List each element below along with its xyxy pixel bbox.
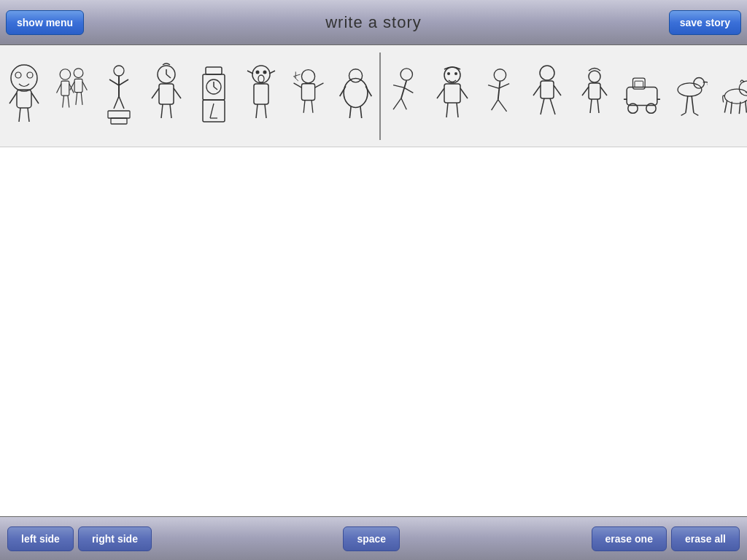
svg-line-40: [214, 87, 217, 90]
svg-line-7: [28, 108, 29, 122]
character-small-figure[interactable]: [570, 52, 618, 140]
character-shocked-person[interactable]: [237, 52, 285, 140]
svg-line-42: [210, 104, 214, 118]
top-bar: show menu write a story save story: [0, 0, 747, 45]
svg-point-94: [589, 71, 600, 82]
svg-point-82: [494, 69, 506, 80]
svg-point-113: [724, 89, 747, 104]
bottom-bar: left side right side space erase one era…: [0, 516, 747, 560]
svg-point-62: [349, 69, 362, 82]
svg-rect-36: [206, 67, 222, 74]
svg-line-78: [437, 88, 444, 98]
story-canvas[interactable]: [0, 147, 747, 516]
svg-rect-31: [159, 84, 174, 104]
character-figure-pedestal[interactable]: [95, 52, 142, 140]
svg-line-83: [498, 81, 500, 99]
svg-line-65: [365, 86, 371, 96]
svg-point-46: [263, 70, 266, 74]
svg-line-13: [68, 96, 69, 107]
svg-line-61: [293, 74, 300, 77]
svg-point-76: [454, 72, 457, 75]
character-running-figure[interactable]: [381, 52, 428, 140]
svg-line-34: [161, 104, 163, 118]
svg-rect-15: [74, 79, 82, 92]
svg-line-35: [170, 104, 171, 118]
character-dancing-figure[interactable]: [476, 52, 523, 140]
character-monster[interactable]: [0, 52, 47, 140]
svg-line-118: [745, 100, 746, 112]
bottom-right-buttons: erase one erase all: [592, 526, 740, 551]
erase-one-button[interactable]: erase one: [592, 526, 667, 551]
svg-line-79: [460, 88, 468, 98]
svg-rect-26: [108, 111, 130, 118]
svg-point-68: [400, 68, 412, 79]
character-sparkle-figure[interactable]: [285, 52, 332, 140]
svg-rect-95: [589, 83, 600, 99]
svg-line-19: [81, 92, 82, 104]
svg-line-6: [19, 108, 20, 122]
svg-line-56: [314, 82, 323, 87]
svg-rect-54: [301, 83, 314, 100]
space-button[interactable]: space: [343, 526, 400, 551]
svg-point-53: [301, 69, 314, 82]
character-train[interactable]: [618, 52, 665, 140]
svg-line-30: [166, 74, 171, 78]
svg-line-111: [681, 112, 685, 115]
svg-line-18: [75, 92, 77, 104]
character-fat-man[interactable]: [332, 52, 379, 140]
character-clock-figure[interactable]: [142, 52, 190, 140]
character-dog[interactable]: [713, 52, 747, 140]
svg-rect-3: [17, 90, 31, 108]
svg-line-17: [82, 82, 87, 90]
svg-rect-50: [254, 84, 268, 104]
save-story-button[interactable]: save story: [669, 10, 741, 35]
svg-line-57: [303, 100, 305, 112]
svg-line-24: [114, 96, 119, 109]
svg-line-4: [9, 93, 17, 104]
svg-line-93: [550, 98, 555, 114]
svg-point-0: [11, 65, 37, 91]
svg-rect-104: [635, 81, 643, 87]
svg-point-108: [693, 77, 704, 88]
svg-line-33: [174, 88, 181, 98]
svg-line-67: [360, 106, 361, 117]
svg-line-109: [686, 96, 688, 113]
svg-line-99: [597, 99, 599, 113]
svg-point-75: [447, 72, 450, 75]
svg-rect-27: [111, 118, 127, 124]
character-cartoon-person[interactable]: [428, 52, 476, 140]
svg-line-10: [56, 83, 61, 93]
svg-line-73: [401, 98, 406, 109]
svg-line-64: [339, 86, 345, 96]
svg-rect-100: [627, 87, 657, 105]
svg-line-91: [554, 85, 561, 96]
svg-line-92: [541, 98, 544, 114]
svg-point-20: [114, 66, 124, 76]
svg-line-70: [393, 85, 404, 88]
character-bird[interactable]: [665, 52, 713, 140]
svg-line-87: [498, 99, 506, 111]
bottom-center-buttons: space: [152, 526, 592, 551]
svg-line-84: [488, 85, 499, 88]
svg-point-2: [27, 72, 33, 78]
erase-all-button[interactable]: erase all: [671, 526, 740, 551]
svg-line-98: [590, 99, 592, 113]
character-people-group[interactable]: [47, 52, 95, 140]
show-menu-button[interactable]: show menu: [6, 10, 84, 35]
svg-line-25: [119, 96, 124, 109]
left-side-button[interactable]: left side: [7, 526, 74, 551]
svg-point-45: [255, 70, 259, 74]
svg-line-55: [293, 82, 301, 87]
character-grandfather-clock[interactable]: [190, 52, 237, 140]
svg-line-66: [349, 106, 351, 117]
svg-line-115: [724, 100, 727, 112]
character-walking-person[interactable]: [523, 52, 570, 140]
svg-line-96: [582, 87, 589, 96]
svg-line-22: [109, 79, 119, 85]
right-side-button[interactable]: right side: [78, 526, 152, 551]
svg-line-86: [491, 99, 498, 110]
svg-line-81: [457, 103, 458, 117]
svg-line-110: [692, 96, 694, 113]
svg-line-116: [730, 101, 732, 114]
bottom-left-buttons: left side right side: [7, 526, 152, 551]
